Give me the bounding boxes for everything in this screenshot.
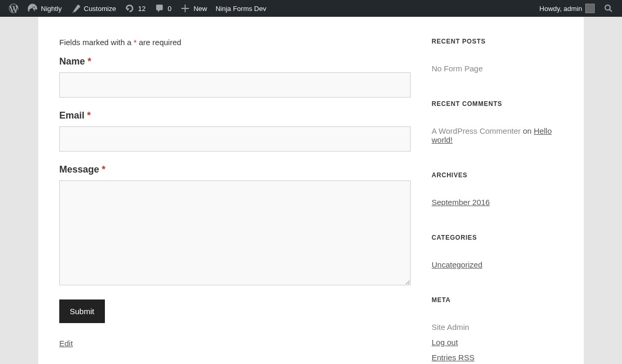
message-field: Message * — [59, 164, 411, 287]
recent-posts-widget: RECENT POSTS No Form Page — [432, 38, 563, 73]
name-input[interactable] — [59, 72, 411, 98]
avatar-icon — [585, 4, 595, 13]
search-icon — [603, 3, 614, 14]
email-field: Email * — [59, 110, 411, 152]
recent-comment-item: A WordPress Commenter on Hello world! — [432, 126, 563, 144]
new-text: New — [194, 5, 207, 13]
message-input[interactable] — [59, 180, 411, 285]
updates-icon — [124, 3, 135, 14]
name-field: Name * — [59, 56, 411, 98]
plus-icon — [180, 3, 190, 14]
site-name-text: Nightly — [41, 5, 62, 13]
category-link[interactable]: Uncategorized — [432, 260, 482, 269]
comments-link[interactable]: 0 — [150, 0, 176, 17]
main-content: Fields marked with a * are required Name… — [38, 17, 432, 364]
greeting-text: Howdy, admin — [540, 5, 582, 13]
archive-link[interactable]: September 2016 — [432, 198, 490, 207]
site-name-link[interactable]: Nightly — [23, 0, 66, 17]
recent-posts-title: RECENT POSTS — [432, 38, 563, 45]
categories-title: CATEGORIES — [432, 234, 563, 241]
recent-post-link[interactable]: No Form Page — [432, 64, 483, 73]
customize-text: Customize — [84, 5, 116, 13]
new-link[interactable]: New — [176, 0, 211, 17]
dashboard-icon — [27, 3, 38, 14]
archives-widget: ARCHIVES September 2016 — [432, 172, 563, 207]
admin-bar: Nightly Customize 12 0 New N — [0, 0, 622, 17]
email-input[interactable] — [59, 126, 411, 152]
site-admin-link[interactable]: Site Admin — [432, 323, 469, 331]
archives-title: ARCHIVES — [432, 172, 563, 179]
customize-link[interactable]: Customize — [66, 0, 120, 17]
page-content: Fields marked with a * are required Name… — [38, 17, 584, 364]
required-fields-note: Fields marked with a * are required — [59, 38, 411, 47]
comments-icon — [154, 3, 165, 14]
email-label: Email * — [59, 110, 411, 121]
wordpress-icon — [8, 3, 19, 14]
recent-comments-title: RECENT COMMENTS — [432, 100, 563, 108]
customize-icon — [70, 3, 81, 14]
entries-rss-link[interactable]: Entries RSS — [432, 353, 475, 362]
meta-title: META — [432, 296, 563, 304]
meta-widget: META Site Admin Log out Entries RSS Comm… — [432, 296, 563, 364]
edit-link[interactable]: Edit — [59, 339, 73, 348]
updates-count: 12 — [138, 5, 145, 13]
ninja-forms-dev-link[interactable]: Ninja Forms Dev — [211, 0, 271, 17]
message-label: Message * — [59, 164, 411, 175]
wp-logo[interactable] — [4, 0, 23, 17]
logout-link[interactable]: Log out — [432, 338, 458, 347]
search-toggle[interactable] — [599, 0, 618, 17]
updates-link[interactable]: 12 — [120, 0, 149, 17]
sidebar: RECENT POSTS No Form Page RECENT COMMENT… — [432, 17, 584, 364]
categories-widget: CATEGORIES Uncategorized — [432, 234, 563, 269]
ninja-forms-text: Ninja Forms Dev — [216, 5, 266, 13]
name-label: Name * — [59, 56, 411, 67]
recent-comments-widget: RECENT COMMENTS A WordPress Commenter on… — [432, 100, 563, 144]
commenter-link[interactable]: A WordPress Commenter — [432, 126, 521, 135]
my-account-link[interactable]: Howdy, admin — [535, 0, 599, 17]
submit-button[interactable]: Submit — [59, 299, 105, 323]
comments-count: 0 — [168, 5, 171, 13]
